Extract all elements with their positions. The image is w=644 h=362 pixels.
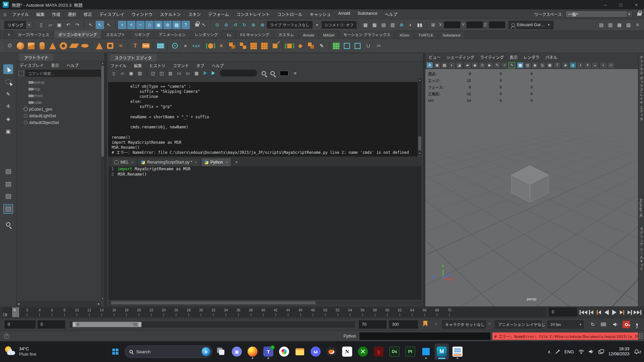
film-gate-icon[interactable]: ▥ [524, 62, 531, 68]
command-error-output[interactable]: # エラー: NameError: file C:¥Users/edoua/Do… [492, 333, 638, 340]
new-script-icon[interactable]: ▯ [110, 69, 118, 77]
shelf-tab-スカルプト[interactable]: スカルプト [102, 31, 130, 39]
range-slider-track[interactable]: 0 70 [70, 321, 355, 327]
reduce-icon[interactable] [259, 40, 270, 52]
xray-icon[interactable]: ◐ [600, 62, 607, 68]
drag-handle[interactable] [1, 30, 3, 39]
auto-keyframe-icon[interactable] [623, 321, 630, 328]
help-circle-icon[interactable]: ? [4, 334, 9, 339]
delete-history-icon[interactable]: × [180, 40, 191, 52]
taskbar-explorer-icon[interactable] [293, 344, 307, 360]
execute-icon[interactable] [204, 71, 207, 75]
script-search-input[interactable] [220, 70, 257, 76]
outliner-hscrollbar[interactable]: ◀ ▶ [16, 301, 101, 306]
script-tab-MEL[interactable]: MEL× [111, 158, 137, 166]
taskbar-notion-icon[interactable]: N [340, 344, 354, 360]
shelf-tab-Substance[interactable]: Substance [438, 32, 465, 39]
go-to-start-button[interactable] [580, 308, 587, 317]
select-object-icon[interactable]: ↖ [96, 21, 104, 29]
ipr-render-icon[interactable]: ▩ [370, 21, 379, 29]
chevron-down-icon[interactable]: ▾ [26, 21, 32, 28]
new-tab-button[interactable]: + [232, 158, 241, 166]
clear-input-icon[interactable]: ▭ [184, 69, 192, 77]
scroll-up-icon[interactable]: ▲ [418, 78, 422, 82]
outline-view-icon[interactable]: ≡ [291, 69, 299, 77]
step-back-frame-button[interactable] [595, 308, 603, 317]
paint-selection-tool[interactable]: ✎ [3, 89, 13, 99]
light-editor-icon[interactable]: ◐ [407, 21, 415, 29]
zoom-out-icon[interactable] [268, 69, 276, 77]
chevron-down-icon[interactable]: ▼ [547, 23, 550, 26]
snap-to-point-icon[interactable]: ~ [136, 21, 145, 29]
redo-icon[interactable]: ↷ [73, 21, 82, 29]
shelf-tab-Arnold[interactable]: Arnold [299, 32, 319, 39]
menu-コンストレイント[interactable]: コンストレイント [233, 11, 274, 17]
snap-help-icon[interactable]: ? [181, 21, 190, 29]
shelf-tab-ポリゴンのモデリング[interactable]: ポリゴンのモデリング [54, 31, 102, 39]
wireframe-mode-icon[interactable]: ◈ [562, 62, 569, 68]
construction-history-icon[interactable]: ⊙ [213, 21, 221, 29]
clear-history-icon[interactable]: ▭ [175, 69, 183, 77]
live-surface-field[interactable]: ライブ サーフェスなし [267, 21, 313, 28]
taskbar-chat-icon[interactable]: ▣ [230, 344, 244, 360]
boolean-union-icon[interactable] [227, 40, 237, 52]
outliner-vscrollbar[interactable]: ▲ ▼ [101, 61, 104, 300]
zoom-tool-icon[interactable] [3, 220, 13, 229]
menu-編集[interactable]: 編集 [33, 11, 48, 17]
poly-cube-mesh[interactable] [507, 162, 553, 202]
three-pane-layout-icon[interactable] [3, 191, 13, 201]
input-language[interactable]: ENG [565, 349, 574, 354]
shelf-tab-FX キャッシング[interactable]: FX キャッシング [236, 31, 274, 39]
tray-clock[interactable]: 16:33 12/08/2023 [608, 347, 630, 357]
snap-to-curve-icon[interactable]: < [127, 21, 136, 29]
start-button[interactable] [108, 344, 123, 359]
animation-layer-selector[interactable]: アニメーション レイヤなし [495, 320, 541, 328]
outliner-menu-ヘルプ[interactable]: ヘルプ [66, 62, 78, 68]
poly-cylinder-icon[interactable] [37, 40, 47, 52]
shaded-mode-icon[interactable]: ◍ [570, 62, 576, 68]
shelf-tab-レンダリング[interactable]: レンダリング [190, 31, 222, 39]
scale-tool[interactable]: ▣ [3, 126, 13, 136]
viewport-menu-パネル[interactable]: パネル [545, 54, 557, 60]
step-back-key-button[interactable] [587, 308, 595, 317]
step-forward-key-button[interactable] [626, 308, 634, 317]
viewport-canvas[interactable]: 頂点:800エッジ:1200フェース:600三角形:1200UV:1400 Y … [425, 69, 638, 306]
command-search-input[interactable]: コマンド検索... [25, 70, 102, 77]
outliner-item-pCube1_geo[interactable]: pCube1_geo [24, 106, 52, 112]
shelf-tab-リギング[interactable]: リギング [130, 31, 154, 39]
poly-helix-icon[interactable]: ≈ [115, 40, 126, 52]
history-color-swatch[interactable] [280, 71, 288, 76]
taskbar-substance-designer-icon[interactable]: Ds [387, 344, 401, 360]
character-set-selector[interactable]: キャラクタ セットなし [442, 320, 486, 328]
taskbar-discord-icon[interactable]: ω [309, 344, 323, 360]
lock-camera-icon[interactable]: ▣ [434, 62, 440, 68]
bevel-icon[interactable]: ◆ [295, 40, 306, 52]
wifi-icon[interactable] [578, 349, 584, 354]
combine-icon[interactable] [205, 40, 216, 52]
filter-icon[interactable] [18, 71, 24, 76]
snap-magnet-icon[interactable]: U [363, 40, 374, 52]
sweep-mesh-icon[interactable] [155, 40, 166, 52]
outliner-item-persp[interactable]: persp [29, 79, 45, 85]
poly-torus-icon[interactable] [58, 40, 69, 52]
character-set-menu-icon[interactable]: ▽ [435, 322, 437, 326]
taskbar-dragon-game-icon[interactable]: § [372, 344, 386, 360]
go-to-end-button[interactable] [634, 308, 641, 317]
camera-attributes-icon[interactable]: ▩ [441, 62, 448, 68]
script-editor-menu-タブ[interactable]: タブ [196, 63, 204, 68]
coord-field-1[interactable] [467, 21, 483, 28]
outliner-item-defaultObjectSet[interactable]: defaultObjectSet [24, 119, 59, 126]
svg-tool-icon[interactable]: SVG [141, 40, 151, 52]
shelf-tab-Fx[interactable]: Fx [222, 32, 236, 39]
scroll-left-icon[interactable]: ◀ [17, 302, 19, 305]
taskbar-vscode-icon[interactable] [419, 344, 433, 360]
gate-mask-icon[interactable]: ◎ [539, 62, 546, 68]
play-backwards-button[interactable] [603, 308, 610, 317]
menu-ヘルプ[interactable]: ヘルプ [381, 11, 401, 17]
undo-view-icon[interactable]: ↺ [231, 21, 239, 29]
script-input-pane[interactable]: 1import MayaScriptRename as MSR2MSR.Rena… [108, 166, 422, 300]
shelf-tab-モーション グラフィックス[interactable]: モーション グラフィックス [339, 31, 395, 39]
input-pane-icon[interactable]: ◫ [158, 69, 166, 77]
tool-settings-toggle-icon[interactable]: ▧ [624, 21, 633, 29]
outliner-item-side[interactable]: side [29, 99, 42, 106]
